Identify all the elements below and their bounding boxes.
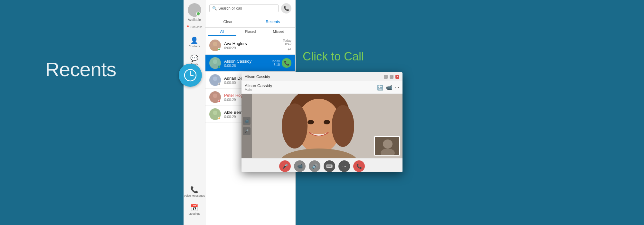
svg-point-13 — [213, 111, 217, 115]
meetings-label: Meetings — [188, 212, 200, 215]
call-controls: 🎤 📹 🔊 ⌨ ··· 📞 — [242, 158, 402, 172]
chats-icon: 💬 — [190, 54, 198, 62]
tabs-row: Clear Recents — [205, 17, 295, 28]
call-direction-icon: ↩ — [283, 47, 291, 52]
call-action-button[interactable]: 📞 — [282, 58, 291, 68]
call-meta: Today 8:10 — [271, 59, 280, 67]
call-info: Alison Cassidy 0:00:26 — [224, 59, 271, 68]
filter-placed[interactable]: Placed — [236, 28, 265, 36]
svg-point-21 — [324, 120, 330, 124]
more-button[interactable]: ··· — [338, 160, 350, 172]
video-contact-info: Alison Cassidy Main — [245, 83, 272, 92]
svg-point-18 — [282, 104, 308, 148]
maximize-button[interactable]: □ — [390, 75, 393, 79]
video-self-thumbnail — [374, 136, 400, 156]
mute-button[interactable]: 🎤 — [279, 160, 291, 172]
svg-point-25 — [383, 140, 393, 148]
speaker-button[interactable]: 🔊 — [309, 160, 320, 172]
user-location: 📍 San Jose — [186, 25, 203, 29]
search-input-wrap: 🔍 — [209, 4, 279, 12]
voice-label: Voice Messages — [184, 194, 205, 197]
call-info: Ava Huglers 0:00:29 — [224, 41, 283, 50]
search-icon: 🔍 — [212, 6, 217, 11]
end-call-button[interactable]: 📞 — [353, 160, 365, 172]
video-call-window: Alison Cassidy — □ ✕ Alison Cassidy Main… — [242, 72, 402, 172]
minimize-button[interactable]: — — [384, 75, 388, 79]
dial-button[interactable]: 📞 — [281, 3, 291, 14]
tab-clear[interactable]: Clear — [205, 17, 251, 27]
svg-line-2 — [190, 75, 194, 76]
search-input[interactable] — [218, 6, 276, 11]
video-main: 📹 🎤 — [242, 94, 402, 158]
search-bar: 🔍 📞 — [205, 0, 295, 17]
sidebar-item-voice[interactable]: 📞 Voice Messages — [184, 183, 205, 201]
recents-label: Recents — [45, 58, 116, 81]
window-controls: — □ ✕ — [384, 75, 399, 79]
user-status: Available — [188, 18, 201, 22]
sidebar-item-meetings[interactable]: 📅 Meetings — [184, 201, 205, 219]
filter-missed[interactable]: Missed — [264, 28, 293, 36]
table-row[interactable]: Alison Cassidy 0:00:26 Today 8:10 📞 — [205, 55, 295, 72]
avatar — [209, 91, 221, 103]
video-contact-status: Main — [245, 88, 272, 92]
call-name: Ava Huglers — [224, 41, 283, 46]
tab-recents[interactable]: Recents — [251, 17, 296, 27]
voicemail-icon: 📞 — [190, 186, 198, 194]
video-side-buttons: 📹 🎤 — [242, 94, 252, 158]
video-contact-name: Alison Cassidy — [245, 83, 272, 88]
more-options-button[interactable]: ··· — [395, 85, 399, 90]
dialpad-button[interactable]: ⌨ — [324, 160, 335, 172]
video-call-button[interactable]: 📹 — [386, 85, 393, 91]
svg-point-4 — [190, 12, 199, 17]
table-row[interactable]: Ava Huglers 0:00:29 Today 8:42 ↩ — [205, 36, 295, 55]
close-button[interactable]: ✕ — [395, 75, 399, 79]
avatar — [209, 40, 221, 51]
video-titlebar: Alison Cassidy — □ ✕ — [242, 72, 402, 81]
calendar-icon: 📅 — [190, 204, 198, 212]
svg-point-20 — [308, 120, 314, 124]
contacts-icon: 👤 — [190, 36, 198, 44]
call-meta: Today 8:42 ↩ — [283, 39, 291, 52]
video-toggle-button[interactable]: 📹 — [243, 117, 251, 125]
audio-call-button[interactable]: 🔙 — [377, 85, 384, 91]
clock-icon — [179, 64, 202, 87]
video-contact-bar: Alison Cassidy Main 🔙 📹 ··· — [242, 81, 402, 94]
avatar — [188, 3, 201, 17]
sidebar: Available 📍 San Jose 👤 Contacts 💬 Chats … — [184, 0, 205, 225]
svg-point-19 — [332, 105, 354, 147]
mic-toggle-button[interactable]: 🎤 — [243, 127, 251, 135]
filter-all[interactable]: All — [208, 28, 236, 36]
svg-point-11 — [213, 94, 217, 98]
sidebar-item-contacts[interactable]: 👤 Contacts — [184, 33, 205, 51]
call-duration: 0:00:26 — [224, 64, 271, 68]
filter-row: All Placed Missed — [205, 28, 295, 36]
contacts-label: Contacts — [189, 45, 200, 48]
call-duration: 0:00:29 — [224, 46, 283, 50]
video-title: Alison Cassidy — [245, 75, 384, 79]
call-name: Alison Cassidy — [224, 59, 271, 64]
svg-point-9 — [213, 76, 217, 81]
video-off-button[interactable]: 📹 — [294, 160, 306, 172]
avatar — [209, 74, 221, 86]
avatar — [209, 108, 221, 120]
svg-point-5 — [213, 42, 217, 46]
click-to-call-label: Click to Call — [303, 50, 364, 63]
video-actions: 🔙 📹 ··· — [377, 85, 399, 91]
svg-point-7 — [213, 59, 217, 64]
svg-point-3 — [192, 5, 197, 11]
avatar — [209, 57, 221, 69]
